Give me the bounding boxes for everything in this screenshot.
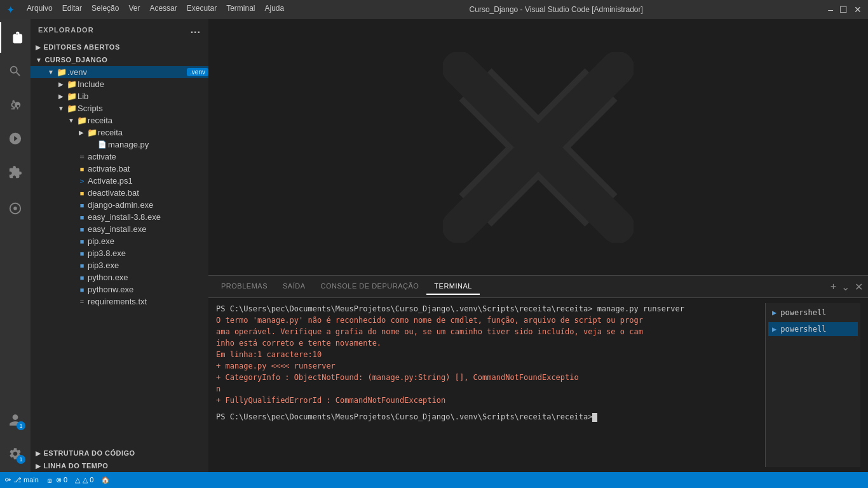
editor-area: PROBLEMAS SAÍDA CONSOLE DE DEPURAÇÃO TER… [208,19,868,472]
terminal-main[interactable]: PS C:\Users\pec\Documents\MeusProjetos\C… [216,303,760,467]
folder-icon: 📁 [66,104,78,113]
git-branch-icon: ⚩ [5,476,11,484]
tree-item-venv[interactable]: ▼ 📁 .venv .venv [31,66,208,78]
activity-account[interactable]: 1 [0,405,31,435]
tab-saida[interactable]: SAÍDA [275,278,313,295]
window-title: Curso_Django - Visual Studio Code [Admin… [284,5,828,14]
tree-item-activate-ps1[interactable]: > Activate.ps1 [31,175,208,187]
terminal-error-line-2: ama operável. Verifique a grafia do nome… [216,326,760,337]
tab-problemas[interactable]: PROBLEMAS [214,278,275,295]
py-file-icon: 📄 [97,140,108,149]
tree-item-deactivate-bat[interactable]: ■ deactivate.bat [31,187,208,199]
sidebar-menu-button[interactable]: ... [191,24,201,36]
activity-explorer[interactable] [0,22,31,53]
new-terminal-button[interactable]: + [831,281,836,292]
section-open-editors[interactable]: ▶ EDITORES ABERTOS [31,41,208,53]
title-bar: ✦ Arquivo Editar Seleção Ver Acessar Exe… [0,0,868,19]
chevron-right-icon: ▶ [56,93,66,100]
terminal-content: PS C:\Users\pec\Documents\MeusProjetos\C… [208,298,868,472]
bat-icon2: ■ [76,189,88,197]
activity-settings[interactable]: 1 [0,438,31,469]
chevron-down-icon: ▼ [36,57,42,64]
exe-icon5: ■ [76,250,88,257]
tree-item-pythonw[interactable]: ■ pythonw.exe [31,283,208,295]
status-home[interactable]: 🏠 [101,476,110,484]
tree-item-lib[interactable]: ▶ 📁 Lib [31,90,208,102]
close-button[interactable]: ✕ [854,4,862,15]
status-errors[interactable]: ⦻ ⊗ 0 [46,476,67,484]
section-estrutura[interactable]: ▶ ESTRUTURA DO CÓDIGO [31,447,208,459]
tree-item-requirements[interactable]: = requirements.txt [31,295,208,308]
tree-item-easy-install[interactable]: ■ easy_install.exe [31,223,208,235]
exe-icon4: ■ [76,238,88,245]
editor-empty-state [208,19,868,275]
tree-item-scripts[interactable]: ▼ 📁 Scripts [31,102,208,114]
account-badge: 1 [17,421,25,430]
panel-close-button[interactable]: ✕ [855,281,863,293]
tree-item-manage-py[interactable]: 📄 manage.py [31,139,208,151]
tree-label-requirements: requirements.txt [88,297,208,306]
tree-item-pip[interactable]: ■ pip.exe [31,235,208,247]
exe-icon7: ■ [76,274,88,281]
tree-item-pip38[interactable]: ■ pip3.8.exe [31,247,208,259]
ps-icon: > [76,177,88,185]
error-icon: ⦻ [46,477,53,484]
activity-extensions[interactable] [0,157,31,187]
tree-label-scripts: Scripts [78,104,208,113]
venv-badge: .venv [187,68,208,76]
terminal-error-line-7: n [216,383,760,395]
chevron-down-icon: ▼ [56,105,66,112]
tree-label-receita-outer: receita [88,116,208,125]
tab-terminal[interactable]: TERMINAL [426,278,480,295]
menu-bar[interactable]: ✦ Arquivo Editar Seleção Ver Acessar Exe… [6,4,284,16]
terminal-panel-powershell-1[interactable]: ▶ powershell [768,306,858,320]
tree-item-easy-install-38[interactable]: ■ easy_install-3.8.exe [31,211,208,223]
tree-label-activate-ps1: Activate.ps1 [88,176,208,186]
menu-ajuda[interactable]: Ajuda [265,4,285,16]
home-icon: 🏠 [101,476,110,484]
settings-badge: 1 [17,455,25,464]
tree-label-easy-install: easy_install.exe [88,224,208,234]
section-linha-tempo[interactable]: ▶ LINHA DO TEMPO [31,459,208,472]
tree-item-activate[interactable]: = activate [31,151,208,163]
sidebar: EXPLORADOR ... ▶ EDITORES ABERTOS ▼ CURS… [31,19,208,472]
maximize-button[interactable]: ☐ [839,4,848,15]
tree-item-python[interactable]: ■ python.exe [31,271,208,283]
tree-item-django-admin[interactable]: ■ django-admin.exe [31,199,208,211]
menu-selecao[interactable]: Seleção [92,4,119,16]
minimize-button[interactable]: – [828,4,833,15]
tree-label-activate: activate [88,152,208,161]
tree-item-include[interactable]: ▶ 📁 Include [31,78,208,90]
exe-icon: ■ [76,201,88,209]
terminal-prompt-2: PS C:\Users\pec\Documents\MeusProjetos\C… [216,412,592,421]
terminal-panel-powershell-2[interactable]: ▶ powershell [768,322,858,336]
section-curso-django[interactable]: ▼ CURSO_DJANGO [31,53,208,66]
activity-search[interactable] [0,56,31,86]
sidebar-header: EXPLORADOR ... [31,19,208,41]
menu-terminal[interactable]: Terminal [226,4,255,16]
activity-run-debug[interactable] [0,123,31,154]
status-bar-left: ⚩ ⎇ main ⦻ ⊗ 0 △ △ 0 🏠 [5,476,110,484]
menu-acessar[interactable]: Acessar [149,4,177,16]
tab-console-depuracao[interactable]: CONSOLE DE DEPURAÇÃO [313,278,426,295]
window-controls[interactable]: – ☐ ✕ [828,4,862,15]
panel-split-button[interactable]: ⌄ [841,281,850,293]
tree-label-include: Include [78,79,208,89]
activity-source-control[interactable] [0,90,31,120]
tree-item-activate-bat[interactable]: ■ activate.bat [31,163,208,175]
menu-executar[interactable]: Executar [187,4,217,16]
tree-item-receita-inner[interactable]: ▶ 📁 receita [31,126,208,139]
menu-arquivo[interactable]: Arquivo [27,4,53,16]
activity-remote[interactable] [0,193,31,224]
chevron-right-icon: ▶ [76,129,86,136]
menu-editar[interactable]: Editar [62,4,82,16]
tree-label-pythonw: pythonw.exe [88,285,208,294]
menu-ver[interactable]: Ver [128,4,140,16]
tree-item-pip3[interactable]: ■ pip3.exe [31,259,208,271]
status-warnings[interactable]: △ △ 0 [75,476,93,484]
exe-icon8: ■ [76,286,88,294]
tree-item-receita-outer[interactable]: ▼ 📁 receita [31,114,208,126]
status-git-branch[interactable]: ⚩ ⎇ main [5,476,39,484]
exe-icon3: ■ [76,226,88,233]
tree-label-pip3: pip3.exe [88,261,208,270]
